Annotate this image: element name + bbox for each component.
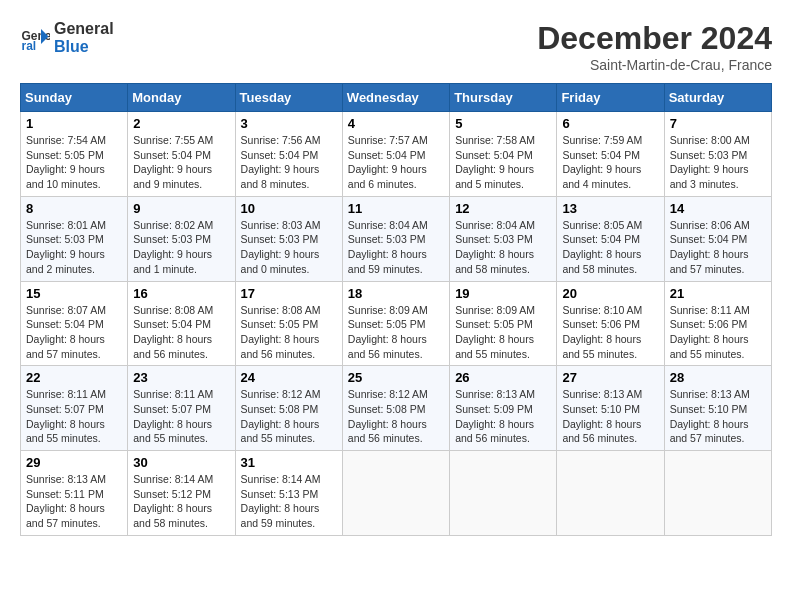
day-number: 30 [133,455,229,470]
day-cell: 4Sunrise: 7:57 AMSunset: 5:04 PMDaylight… [342,112,449,197]
day-info: Sunrise: 8:13 AMSunset: 5:09 PMDaylight:… [455,387,551,446]
header-cell-monday: Monday [128,84,235,112]
day-cell: 19Sunrise: 8:09 AMSunset: 5:05 PMDayligh… [450,281,557,366]
day-info: Sunrise: 8:09 AMSunset: 5:05 PMDaylight:… [455,303,551,362]
day-number: 28 [670,370,766,385]
day-info: Sunrise: 7:56 AMSunset: 5:04 PMDaylight:… [241,133,337,192]
day-cell: 7Sunrise: 8:00 AMSunset: 5:03 PMDaylight… [664,112,771,197]
day-info: Sunrise: 8:08 AMSunset: 5:05 PMDaylight:… [241,303,337,362]
day-info: Sunrise: 8:11 AMSunset: 5:06 PMDaylight:… [670,303,766,362]
day-cell: 9Sunrise: 8:02 AMSunset: 5:03 PMDaylight… [128,196,235,281]
day-info: Sunrise: 8:05 AMSunset: 5:04 PMDaylight:… [562,218,658,277]
title-area: December 2024 Saint-Martin-de-Crau, Fran… [537,20,772,73]
day-cell: 5Sunrise: 7:58 AMSunset: 5:04 PMDaylight… [450,112,557,197]
day-number: 31 [241,455,337,470]
day-number: 1 [26,116,122,131]
header-cell-sunday: Sunday [21,84,128,112]
day-info: Sunrise: 7:57 AMSunset: 5:04 PMDaylight:… [348,133,444,192]
day-cell [450,451,557,536]
day-cell [664,451,771,536]
day-info: Sunrise: 7:59 AMSunset: 5:04 PMDaylight:… [562,133,658,192]
day-cell: 6Sunrise: 7:59 AMSunset: 5:04 PMDaylight… [557,112,664,197]
day-info: Sunrise: 8:04 AMSunset: 5:03 PMDaylight:… [455,218,551,277]
day-info: Sunrise: 8:12 AMSunset: 5:08 PMDaylight:… [348,387,444,446]
day-info: Sunrise: 8:01 AMSunset: 5:03 PMDaylight:… [26,218,122,277]
day-cell: 16Sunrise: 8:08 AMSunset: 5:04 PMDayligh… [128,281,235,366]
day-info: Sunrise: 8:09 AMSunset: 5:05 PMDaylight:… [348,303,444,362]
day-info: Sunrise: 8:00 AMSunset: 5:03 PMDaylight:… [670,133,766,192]
day-info: Sunrise: 8:11 AMSunset: 5:07 PMDaylight:… [26,387,122,446]
day-cell: 20Sunrise: 8:10 AMSunset: 5:06 PMDayligh… [557,281,664,366]
day-number: 15 [26,286,122,301]
day-info: Sunrise: 8:07 AMSunset: 5:04 PMDaylight:… [26,303,122,362]
day-cell [342,451,449,536]
day-info: Sunrise: 8:03 AMSunset: 5:03 PMDaylight:… [241,218,337,277]
day-cell: 15Sunrise: 8:07 AMSunset: 5:04 PMDayligh… [21,281,128,366]
header-cell-thursday: Thursday [450,84,557,112]
header-cell-wednesday: Wednesday [342,84,449,112]
day-cell: 27Sunrise: 8:13 AMSunset: 5:10 PMDayligh… [557,366,664,451]
day-number: 9 [133,201,229,216]
day-cell [557,451,664,536]
day-cell: 18Sunrise: 8:09 AMSunset: 5:05 PMDayligh… [342,281,449,366]
svg-text:ral: ral [22,39,37,53]
day-number: 11 [348,201,444,216]
day-info: Sunrise: 8:13 AMSunset: 5:11 PMDaylight:… [26,472,122,531]
day-number: 26 [455,370,551,385]
day-info: Sunrise: 8:06 AMSunset: 5:04 PMDaylight:… [670,218,766,277]
day-cell: 23Sunrise: 8:11 AMSunset: 5:07 PMDayligh… [128,366,235,451]
day-number: 21 [670,286,766,301]
day-number: 25 [348,370,444,385]
logo-text-line1: General [54,20,114,38]
week-row-1: 1Sunrise: 7:54 AMSunset: 5:05 PMDaylight… [21,112,772,197]
day-cell: 11Sunrise: 8:04 AMSunset: 5:03 PMDayligh… [342,196,449,281]
day-info: Sunrise: 8:14 AMSunset: 5:13 PMDaylight:… [241,472,337,531]
day-info: Sunrise: 8:13 AMSunset: 5:10 PMDaylight:… [670,387,766,446]
day-cell: 3Sunrise: 7:56 AMSunset: 5:04 PMDaylight… [235,112,342,197]
day-number: 20 [562,286,658,301]
day-number: 16 [133,286,229,301]
day-cell: 31Sunrise: 8:14 AMSunset: 5:13 PMDayligh… [235,451,342,536]
day-cell: 30Sunrise: 8:14 AMSunset: 5:12 PMDayligh… [128,451,235,536]
header-row: SundayMondayTuesdayWednesdayThursdayFrid… [21,84,772,112]
logo-text-line2: Blue [54,38,114,56]
day-cell: 28Sunrise: 8:13 AMSunset: 5:10 PMDayligh… [664,366,771,451]
day-number: 19 [455,286,551,301]
day-info: Sunrise: 8:11 AMSunset: 5:07 PMDaylight:… [133,387,229,446]
day-number: 2 [133,116,229,131]
month-title: December 2024 [537,20,772,57]
day-cell: 25Sunrise: 8:12 AMSunset: 5:08 PMDayligh… [342,366,449,451]
day-cell: 26Sunrise: 8:13 AMSunset: 5:09 PMDayligh… [450,366,557,451]
header-cell-saturday: Saturday [664,84,771,112]
day-number: 24 [241,370,337,385]
day-number: 14 [670,201,766,216]
day-number: 5 [455,116,551,131]
day-number: 8 [26,201,122,216]
day-cell: 10Sunrise: 8:03 AMSunset: 5:03 PMDayligh… [235,196,342,281]
header-cell-friday: Friday [557,84,664,112]
week-row-2: 8Sunrise: 8:01 AMSunset: 5:03 PMDaylight… [21,196,772,281]
week-row-3: 15Sunrise: 8:07 AMSunset: 5:04 PMDayligh… [21,281,772,366]
day-cell: 17Sunrise: 8:08 AMSunset: 5:05 PMDayligh… [235,281,342,366]
day-cell: 14Sunrise: 8:06 AMSunset: 5:04 PMDayligh… [664,196,771,281]
day-info: Sunrise: 7:58 AMSunset: 5:04 PMDaylight:… [455,133,551,192]
day-cell: 8Sunrise: 8:01 AMSunset: 5:03 PMDaylight… [21,196,128,281]
day-cell: 1Sunrise: 7:54 AMSunset: 5:05 PMDaylight… [21,112,128,197]
day-cell: 12Sunrise: 8:04 AMSunset: 5:03 PMDayligh… [450,196,557,281]
day-number: 13 [562,201,658,216]
day-info: Sunrise: 7:54 AMSunset: 5:05 PMDaylight:… [26,133,122,192]
day-number: 10 [241,201,337,216]
day-info: Sunrise: 7:55 AMSunset: 5:04 PMDaylight:… [133,133,229,192]
logo-icon: Gene ral [20,23,50,53]
day-cell: 22Sunrise: 8:11 AMSunset: 5:07 PMDayligh… [21,366,128,451]
day-cell: 13Sunrise: 8:05 AMSunset: 5:04 PMDayligh… [557,196,664,281]
day-info: Sunrise: 8:04 AMSunset: 5:03 PMDaylight:… [348,218,444,277]
day-cell: 24Sunrise: 8:12 AMSunset: 5:08 PMDayligh… [235,366,342,451]
day-info: Sunrise: 8:08 AMSunset: 5:04 PMDaylight:… [133,303,229,362]
day-cell: 21Sunrise: 8:11 AMSunset: 5:06 PMDayligh… [664,281,771,366]
day-info: Sunrise: 8:13 AMSunset: 5:10 PMDaylight:… [562,387,658,446]
day-info: Sunrise: 8:02 AMSunset: 5:03 PMDaylight:… [133,218,229,277]
day-number: 22 [26,370,122,385]
day-number: 27 [562,370,658,385]
day-info: Sunrise: 8:14 AMSunset: 5:12 PMDaylight:… [133,472,229,531]
